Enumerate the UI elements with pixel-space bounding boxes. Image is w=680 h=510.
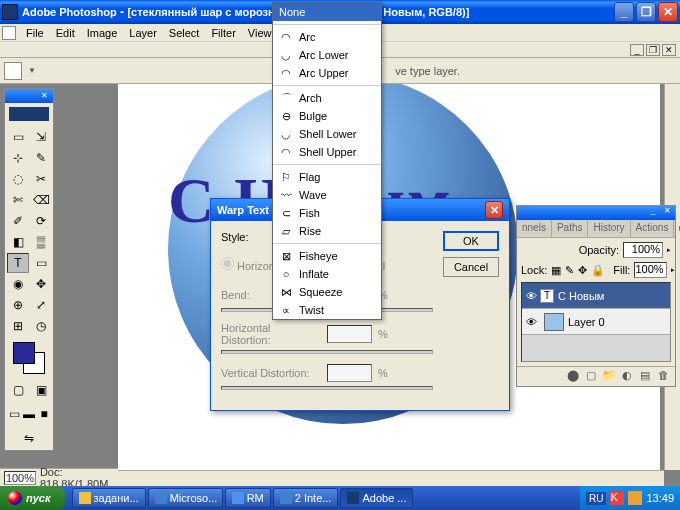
screenmode-full-menubar-icon[interactable]: ▬	[22, 404, 36, 424]
taskbar-item[interactable]: Adobe ...	[340, 488, 413, 508]
chevron-right-icon[interactable]: ▸	[667, 246, 671, 254]
history-brush-tool[interactable]: ⟳	[30, 211, 52, 231]
type-tool[interactable]: T	[7, 253, 29, 273]
palette-titlebar[interactable]: _ ✕	[517, 206, 675, 220]
layer-row[interactable]: 👁 Layer 0	[522, 309, 670, 335]
style-arc-lower[interactable]: ◡Arc Lower	[273, 46, 381, 64]
fill-field[interactable]: 100%	[634, 262, 666, 278]
cancel-button[interactable]: Cancel	[443, 257, 499, 277]
palette-close-icon[interactable]: ✕	[661, 206, 673, 216]
style-none[interactable]: None	[273, 3, 381, 21]
marquee-tool[interactable]: ⇲	[30, 127, 52, 147]
vdist-slider[interactable]	[221, 386, 433, 390]
eraser-tool[interactable]: ◧	[7, 232, 29, 252]
palette-minimize-icon[interactable]: _	[647, 206, 659, 216]
taskbar-item[interactable]: задани...	[72, 488, 146, 508]
tab-actions[interactable]: Actions	[631, 220, 675, 237]
language-indicator[interactable]: RU	[586, 492, 606, 505]
style-arc[interactable]: ◠Arc	[273, 28, 381, 46]
layer-name[interactable]: С Новым	[558, 290, 604, 302]
opacity-field[interactable]: 100%	[623, 242, 663, 258]
quickmask-on-icon[interactable]: ▣	[30, 380, 52, 400]
menu-edit[interactable]: Edit	[50, 25, 81, 41]
wand-tool[interactable]: ✎	[30, 148, 52, 168]
pen-tool[interactable]: ✥	[30, 274, 52, 294]
new-group-icon[interactable]: 📁	[601, 369, 617, 385]
lock-transparency-icon[interactable]: ▦	[551, 264, 561, 277]
vdist-field[interactable]	[327, 364, 372, 382]
menu-filter[interactable]: Filter	[205, 25, 241, 41]
jump-to-imageready-icon[interactable]: ⇋	[18, 428, 40, 448]
mdi-close-button[interactable]: ✕	[662, 44, 676, 56]
toolbox-close-icon[interactable]: ✕	[41, 91, 51, 101]
hand-tool[interactable]: ⊞	[7, 316, 29, 336]
notes-tool[interactable]: ⊕	[7, 295, 29, 315]
color-wells[interactable]	[11, 340, 47, 376]
style-bulge[interactable]: ⊖Bulge	[273, 107, 381, 125]
layer-style-icon[interactable]: ⬤	[565, 369, 581, 385]
chevron-right-icon[interactable]: ▸	[671, 266, 675, 274]
palette-menu-icon[interactable]: ▸	[674, 220, 680, 237]
tab-channels[interactable]: nnels	[517, 220, 552, 237]
menu-image[interactable]: Image	[81, 25, 124, 41]
layer-row[interactable]: 👁 T С Новым	[522, 283, 670, 309]
tab-history[interactable]: History	[588, 220, 630, 237]
lock-position-icon[interactable]: ✥	[578, 264, 587, 277]
shape-tool[interactable]: ▭	[30, 253, 52, 273]
menu-file[interactable]: File	[20, 25, 50, 41]
menu-select[interactable]: Select	[163, 25, 206, 41]
style-rise[interactable]: ▱Rise	[273, 222, 381, 240]
zoom-tool[interactable]: ◷	[30, 316, 52, 336]
style-shell-upper[interactable]: ◠Shell Upper	[273, 143, 381, 161]
clock[interactable]: 13:49	[646, 492, 674, 504]
minimize-button[interactable]: _	[614, 2, 634, 22]
lock-pixels-icon[interactable]: ✎	[565, 264, 574, 277]
move-tool[interactable]: ▭	[7, 127, 29, 147]
style-arch[interactable]: ⌒Arch	[273, 89, 381, 107]
hdist-slider[interactable]	[221, 350, 433, 354]
tab-paths[interactable]: Paths	[552, 220, 589, 237]
style-flag[interactable]: ⚐Flag	[273, 168, 381, 186]
style-twist[interactable]: ∝Twist	[273, 301, 381, 319]
mdi-restore-button[interactable]: ❐	[646, 44, 660, 56]
taskbar-item[interactable]: RM	[225, 488, 271, 508]
menu-layer[interactable]: Layer	[123, 25, 163, 41]
delete-layer-icon[interactable]: 🗑	[655, 369, 671, 385]
heal-tool[interactable]: ✄	[7, 190, 29, 210]
new-layer-icon[interactable]: ▤	[637, 369, 653, 385]
lasso-tool[interactable]: ⊹	[7, 148, 29, 168]
layer-mask-icon[interactable]: ▢	[583, 369, 599, 385]
chevron-down-icon[interactable]: ▼	[28, 66, 36, 75]
taskbar-item[interactable]: 2 Inte...	[273, 488, 339, 508]
brush-tool[interactable]: ⌫	[30, 190, 52, 210]
hdist-field[interactable]	[327, 325, 372, 343]
close-button[interactable]: ✕	[658, 2, 678, 22]
style-shell-lower[interactable]: ◡Shell Lower	[273, 125, 381, 143]
style-wave[interactable]: 〰Wave	[273, 186, 381, 204]
screenmode-standard-icon[interactable]: ▭	[7, 404, 21, 424]
style-fisheye[interactable]: ⊠Fisheye	[273, 247, 381, 265]
style-arc-upper[interactable]: ◠Arc Upper	[273, 64, 381, 82]
eyedropper-tool[interactable]: ⤢	[30, 295, 52, 315]
screenmode-full-icon[interactable]: ■	[37, 404, 51, 424]
visibility-icon[interactable]: 👁	[522, 316, 540, 328]
path-tool[interactable]: ◉	[7, 274, 29, 294]
toolbox-titlebar[interactable]: ✕	[5, 89, 53, 103]
tray-icon[interactable]: K	[610, 491, 624, 505]
style-squeeze[interactable]: ⋈Squeeze	[273, 283, 381, 301]
dialog-close-button[interactable]: ✕	[485, 201, 503, 219]
layer-name[interactable]: Layer 0	[568, 316, 605, 328]
crop-tool[interactable]: ◌	[7, 169, 29, 189]
visibility-icon[interactable]: 👁	[522, 290, 540, 302]
foreground-color-well[interactable]	[13, 342, 35, 364]
ok-button[interactable]: OK	[443, 231, 499, 251]
tool-preset-swatch[interactable]	[4, 62, 22, 80]
mdi-minimize-button[interactable]: _	[630, 44, 644, 56]
gradient-tool[interactable]: ▒	[30, 232, 52, 252]
adjustment-layer-icon[interactable]: ◐	[619, 369, 635, 385]
quickmask-off-icon[interactable]: ▢	[7, 380, 29, 400]
stamp-tool[interactable]: ✐	[7, 211, 29, 231]
taskbar-item[interactable]: Microso...	[148, 488, 223, 508]
maximize-button[interactable]: ❐	[636, 2, 656, 22]
style-fish[interactable]: ⊂Fish	[273, 204, 381, 222]
